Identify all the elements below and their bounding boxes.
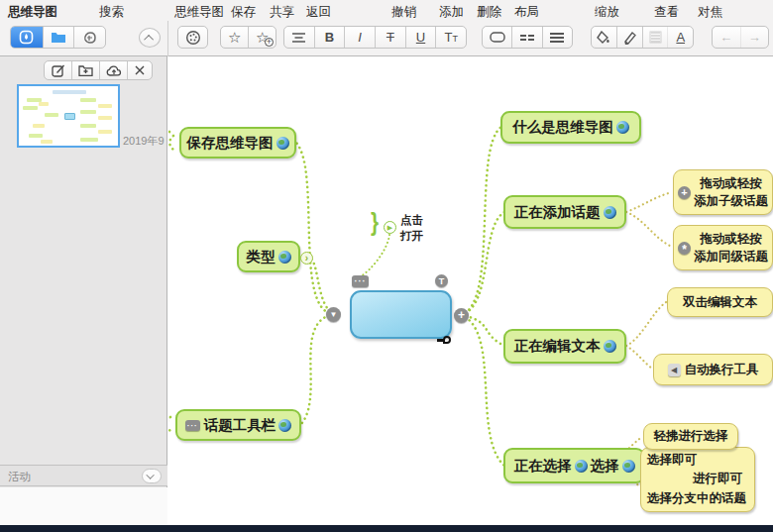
app-title[interactable]: 思维导图	[8, 4, 57, 21]
toolbar-divider	[167, 21, 168, 56]
globe-icon	[276, 137, 289, 150]
text-tool-badge[interactable]: T	[435, 274, 448, 287]
forward-arrow-icon: →	[748, 30, 761, 45]
toolbar: ☆ ☆ + B I T U TT	[0, 21, 773, 56]
menu-share[interactable]: 共享	[270, 4, 294, 21]
globe-icon	[278, 251, 291, 264]
upload-button[interactable]	[100, 61, 128, 79]
globe-icon	[604, 206, 616, 219]
node-editing-text[interactable]: 正在编辑文本	[503, 329, 626, 364]
node-selecting[interactable]: 正在选择 选择	[503, 448, 645, 483]
topic-menu-badge[interactable]: ···	[352, 275, 369, 287]
collapse-left-badge[interactable]: ▼	[326, 307, 341, 322]
node-doubleclick-edit[interactable]: 双击编辑文本	[667, 287, 773, 317]
node-what-is-mindmap[interactable]: 什么是思维导图	[500, 111, 641, 144]
fill-bucket-icon	[597, 31, 611, 45]
star-button[interactable]: ☆	[221, 27, 249, 48]
star-icon: ☆	[228, 29, 241, 47]
thumbnail-date: 2019年9	[123, 134, 165, 149]
color-tools-segment: A	[591, 26, 694, 49]
strikethrough-icon: T	[386, 30, 394, 45]
node-topic-toolbar[interactable]: ··· 话题工具栏	[175, 409, 301, 441]
italic-button[interactable]: I	[345, 27, 376, 48]
strikethrough-button[interactable]: T	[376, 27, 406, 48]
pen-button[interactable]	[617, 27, 643, 48]
document-thumbnail[interactable]	[17, 84, 120, 148]
menu-mindmap[interactable]: 思维导图	[174, 4, 224, 21]
align-button[interactable]	[284, 27, 315, 48]
hand-mode-button[interactable]	[74, 27, 105, 48]
pen-icon	[622, 31, 637, 45]
menu-undo[interactable]: 撤销	[391, 4, 416, 21]
add-topic-badge[interactable]: +	[454, 308, 469, 323]
menu-focus[interactable]: 对焦	[698, 4, 722, 21]
close-sidebar-button[interactable]	[128, 61, 152, 79]
bold-button[interactable]: B	[315, 27, 346, 48]
edit-pen-icon	[437, 336, 451, 344]
node-adding-topic[interactable]: 正在添加话题	[503, 195, 626, 229]
dashed-line-button[interactable]	[512, 27, 542, 48]
font-size-button[interactable]: TT	[436, 27, 466, 48]
plus-circle-icon: +	[678, 186, 691, 199]
compose-icon	[52, 63, 65, 77]
menu-add[interactable]: 添加	[439, 4, 464, 21]
menu-view[interactable]: 查看	[654, 4, 679, 21]
font-color-button[interactable]: A	[668, 27, 693, 48]
text-format-segment: B I T U TT	[283, 26, 467, 49]
menu-zoom[interactable]: 缩放	[595, 4, 619, 21]
collapse-toolbar-button[interactable]	[139, 28, 161, 48]
mindmap-canvas[interactable]: ··· T ▼ + } ▶ 点击 打开 保存思维导图 类型 › ··· 话题工具…	[168, 56, 773, 525]
italic-icon: I	[358, 30, 362, 45]
node-select-branch[interactable]: 选择即可 进行即可 选择分支中的话题	[640, 447, 755, 512]
menu-delete[interactable]: 删除	[477, 4, 501, 21]
node-add-sibling-topic[interactable]: * 拖动或轻按添加同级话题	[673, 225, 773, 270]
list-icon	[649, 31, 662, 44]
back-arrow-icon: ←	[719, 30, 732, 45]
chevron-up-icon	[144, 34, 154, 44]
rounded-rect-icon	[490, 32, 505, 43]
theme-mode-button[interactable]	[11, 27, 44, 48]
hint-bracket: }	[371, 207, 379, 238]
hand-icon	[82, 31, 97, 45]
node-type[interactable]: 类型	[237, 241, 300, 272]
palette-icon	[185, 30, 201, 46]
menu-layout[interactable]: 布局	[514, 4, 539, 21]
center-topic-node[interactable]	[350, 290, 452, 339]
hint-label: 点击 打开	[400, 213, 423, 244]
shape-segment	[482, 26, 573, 49]
activity-dropdown-button[interactable]	[142, 469, 162, 483]
font-size-icon: T	[444, 30, 452, 45]
back-button[interactable]: ←	[713, 27, 741, 48]
node-autowrap-tool[interactable]: ◀ 自动换行工具	[653, 354, 773, 385]
menu-bar: 思维导图 搜索 思维导图 保存 共享 返回 撤销 添加 删除 布局 缩放 查看 …	[0, 0, 773, 21]
solid-lines-icon	[549, 32, 565, 44]
thumbnail-title	[53, 90, 86, 94]
node-save-mindmap[interactable]: 保存思维导图	[179, 127, 296, 159]
solid-line-button[interactable]	[543, 27, 572, 48]
add-folder-button[interactable]	[72, 61, 100, 79]
underline-button[interactable]: U	[406, 27, 437, 48]
expand-type-badge[interactable]: ›	[300, 252, 313, 265]
play-icon[interactable]: ▶	[384, 221, 396, 234]
node-add-child-topic[interactable]: + 拖动或轻按添加子级话题	[673, 169, 773, 215]
folder-add-icon	[78, 64, 93, 76]
plus-badge-icon: +	[265, 38, 274, 47]
globe-icon	[575, 460, 588, 473]
menu-return[interactable]: 返回	[306, 4, 331, 21]
forward-button[interactable]: →	[741, 27, 769, 48]
folder-mode-button[interactable]	[44, 27, 75, 48]
menu-search[interactable]: 搜索	[99, 4, 124, 21]
menu-save[interactable]: 保存	[231, 4, 256, 21]
style-palette-button[interactable]	[177, 26, 208, 49]
documents-sidebar: 2019年9 活动	[0, 56, 167, 525]
globe-icon	[616, 121, 629, 134]
star-add-button[interactable]: ☆ +	[249, 27, 276, 48]
fill-color-button[interactable]	[592, 27, 617, 48]
shape-button[interactable]	[483, 27, 512, 48]
new-document-button[interactable]	[45, 61, 72, 79]
node-swipe-select[interactable]: 轻拂进行选择	[643, 423, 738, 450]
window-bottom-edge	[0, 525, 773, 532]
list-style-button[interactable]	[643, 27, 669, 48]
activity-bar: 活动	[0, 465, 167, 486]
align-center-icon	[291, 32, 306, 44]
